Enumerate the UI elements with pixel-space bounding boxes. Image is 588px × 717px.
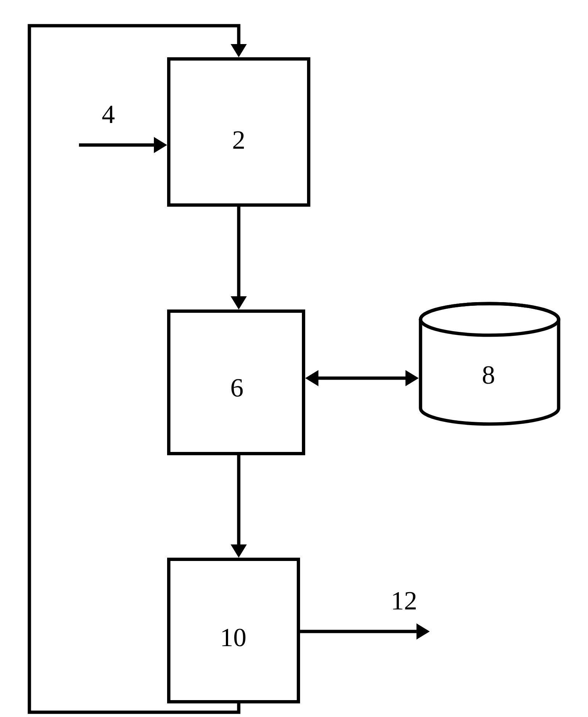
diagram-canvas: 2 6 10 8 4 12 — [0, 0, 588, 717]
input-label-4: 4 — [97, 99, 119, 130]
output-label-12: 12 — [386, 586, 422, 616]
svg-marker-4 — [231, 296, 247, 309]
arrow-6-to-10 — [231, 455, 247, 558]
arrow-6-to-8-bi — [305, 370, 419, 386]
svg-marker-6 — [231, 544, 247, 558]
svg-marker-9 — [405, 370, 419, 386]
arrow-10-to-12 — [300, 623, 430, 640]
block-10-label: 10 — [215, 622, 252, 653]
svg-marker-8 — [305, 370, 318, 386]
svg-marker-2 — [154, 137, 167, 153]
block-6-label: 6 — [226, 373, 248, 403]
block-2-label: 2 — [228, 125, 250, 155]
arrow-4-to-2 — [79, 137, 167, 153]
cylinder-8-label: 8 — [477, 360, 499, 390]
svg-marker-0 — [231, 44, 247, 57]
svg-marker-11 — [416, 623, 430, 640]
arrow-2-to-6 — [231, 207, 247, 309]
